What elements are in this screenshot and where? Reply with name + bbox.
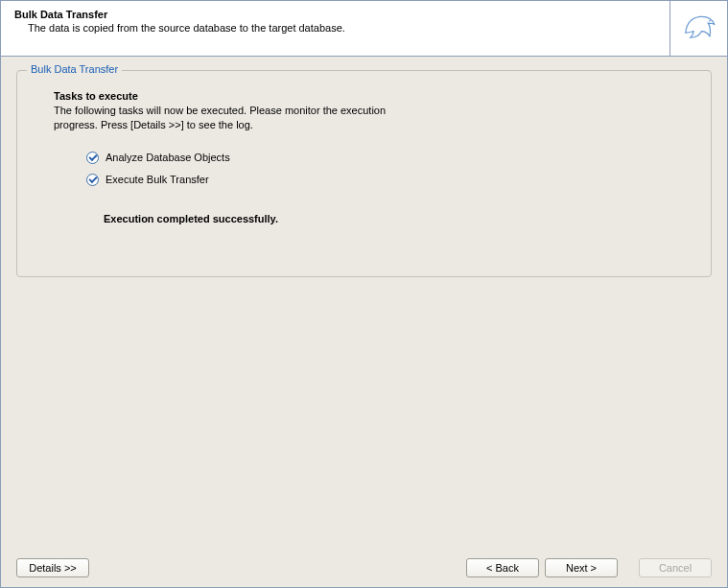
panel-legend: Bulk Data Transfer — [27, 63, 122, 75]
dolphin-icon — [679, 9, 719, 49]
wizard-footer: Details >> < Back Next > Cancel — [1, 549, 727, 587]
task-label: Analyze Database Objects — [106, 152, 230, 163]
task-item: Analyze Database Objects — [86, 152, 688, 164]
footer-nav: < Back Next > Cancel — [466, 558, 712, 577]
task-item: Execute Bulk Transfer — [86, 174, 688, 186]
tasks-description: The following tasks will now be executed… — [54, 104, 399, 132]
bulk-transfer-panel: Bulk Data Transfer Tasks to execute The … — [16, 70, 712, 277]
header-text-block: Bulk Data Transfer The data is copied fr… — [1, 1, 669, 56]
check-icon — [86, 152, 99, 164]
wizard-header: Bulk Data Transfer The data is copied fr… — [1, 1, 727, 57]
svg-point-0 — [709, 19, 711, 21]
page-title: Bulk Data Transfer — [14, 9, 656, 20]
tasks-title: Tasks to execute — [54, 90, 688, 102]
next-button[interactable]: Next > — [545, 558, 618, 577]
content-area: Bulk Data Transfer Tasks to execute The … — [1, 57, 727, 549]
tasks-section: Tasks to execute The following tasks wil… — [40, 90, 688, 224]
page-subtitle: The data is copied from the source datab… — [14, 22, 656, 34]
cancel-button: Cancel — [639, 558, 712, 577]
details-button[interactable]: Details >> — [16, 558, 89, 577]
task-label: Execute Bulk Transfer — [106, 174, 209, 185]
back-button[interactable]: < Back — [466, 558, 539, 577]
completion-message: Execution completed successfully. — [104, 213, 688, 224]
check-icon — [86, 174, 99, 186]
logo-container — [669, 1, 727, 56]
